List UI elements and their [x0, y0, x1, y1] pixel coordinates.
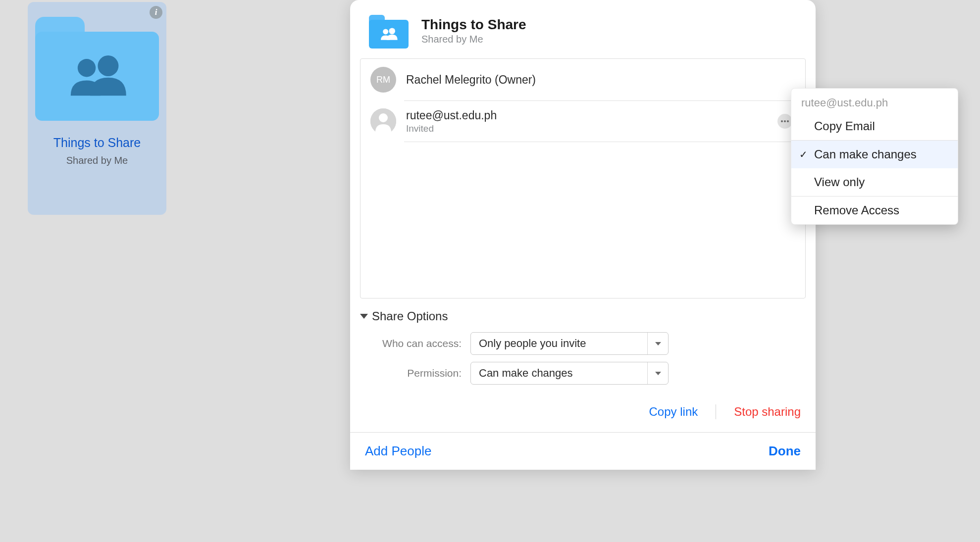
shared-folder-icon — [35, 17, 159, 116]
people-icon — [378, 27, 399, 41]
folder-tile-subtitle: Shared by Me — [66, 155, 128, 166]
participants-list: RM Rachel Melegrito (Owner) rutee@ust.ed… — [360, 58, 806, 298]
checkmark-icon: ✓ — [799, 148, 808, 160]
permission-select[interactable]: Can make changes — [470, 362, 669, 385]
svg-point-3 — [389, 28, 395, 34]
dialog-actions: Copy link Stop sharing — [350, 392, 816, 433]
select-value: Can make changes — [471, 367, 647, 380]
done-button[interactable]: Done — [769, 443, 801, 459]
stop-sharing-button[interactable]: Stop sharing — [734, 405, 801, 419]
who-can-access-select[interactable]: Only people you invite — [470, 332, 669, 355]
dialog-footer: Add People Done — [350, 433, 816, 470]
participant-context-menu: rutee@ust.edu.ph Copy Email ✓ Can make c… — [791, 88, 958, 225]
avatar: RM — [370, 67, 396, 93]
permission-label: Permission: — [360, 367, 462, 379]
dialog-header: Things to Share Shared by Me — [350, 0, 816, 58]
folder-tile[interactable]: i Things to Share Shared by Me — [28, 2, 166, 215]
participant-name: Rachel Melegrito (Owner) — [406, 73, 795, 87]
people-icon — [62, 54, 132, 99]
avatar — [370, 108, 396, 134]
more-options-button[interactable] — [777, 114, 792, 129]
copy-email-item[interactable]: Copy Email — [791, 112, 958, 140]
chevron-down-icon — [655, 342, 661, 345]
add-people-button[interactable]: Add People — [365, 443, 431, 459]
who-can-access-label: Who can access: — [360, 338, 462, 349]
divider — [716, 404, 716, 419]
participant-name: rutee@ust.edu.ph — [406, 109, 768, 122]
can-make-changes-item[interactable]: ✓ Can make changes — [791, 141, 958, 168]
chevron-down-icon — [655, 372, 661, 375]
folder-tile-title: Things to Share — [53, 136, 141, 150]
participant-row: rutee@ust.edu.ph Invited — [361, 100, 805, 142]
dialog-title: Things to Share — [421, 16, 526, 33]
copy-link-button[interactable]: Copy link — [649, 405, 698, 419]
svg-point-1 — [98, 55, 118, 76]
remove-access-item[interactable]: Remove Access — [791, 197, 958, 224]
share-options-toggle[interactable]: Share Options — [360, 309, 806, 323]
svg-point-5 — [379, 113, 388, 122]
view-only-item[interactable]: View only — [791, 168, 958, 196]
select-value: Only people you invite — [471, 337, 647, 350]
participant-row: RM Rachel Melegrito (Owner) — [361, 59, 805, 100]
context-menu-header: rutee@ust.edu.ph — [791, 89, 958, 112]
share-options-section: Share Options Who can access: Only peopl… — [350, 298, 816, 385]
chevron-down-icon — [360, 314, 368, 319]
participant-status: Invited — [406, 123, 768, 134]
context-item-label: Can make changes — [814, 148, 917, 161]
share-options-label: Share Options — [372, 309, 448, 323]
share-dialog: Things to Share Shared by Me RM Rachel M… — [350, 0, 816, 470]
person-icon — [370, 108, 396, 134]
svg-point-0 — [78, 59, 96, 77]
svg-point-2 — [383, 29, 388, 35]
dialog-subtitle: Shared by Me — [421, 34, 526, 45]
shared-folder-icon — [369, 15, 409, 47]
